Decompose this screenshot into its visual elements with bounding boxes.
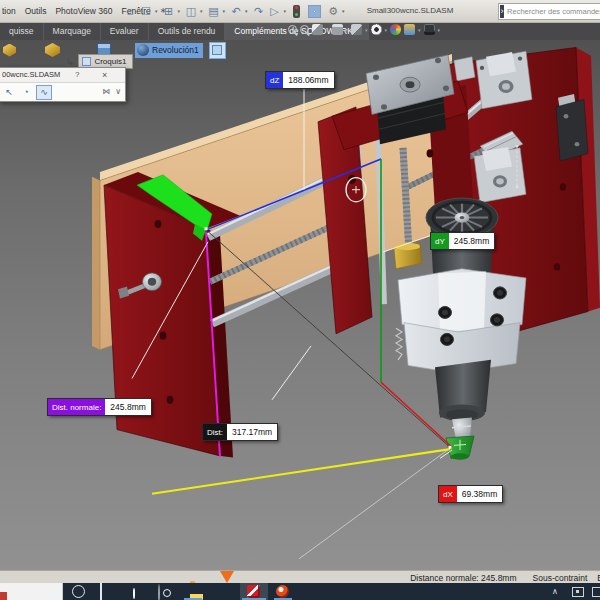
quick-access-toolbar: ⌂ ☐▾ ⊞▾ ◫▾ ▤▾ ↶▾ ↷ ▷▾ ⚙▾ [123,0,347,22]
sketch-icon [82,57,91,66]
chevron-down-icon[interactable]: ▾ [326,27,329,33]
select-icon[interactable]: ▷ [268,0,282,22]
measure-history-icon[interactable]: ∿ [36,85,52,100]
menu-item[interactable]: tion [2,0,16,22]
measurement-label-dz[interactable]: dZ 188.06mm [265,71,335,89]
chevron-down-icon[interactable]: ▾ [346,27,349,33]
tab-marquage[interactable]: Marquage [44,22,101,40]
undo-icon[interactable]: ↶ [229,0,243,22]
chevron-down-icon[interactable]: ▾ [365,27,368,33]
eraser-icon[interactable] [351,24,362,35]
measure-units-icon[interactable]: ◔ [19,86,33,99]
menu-photoview[interactable]: PhotoView 360 [55,0,112,22]
browser-icon[interactable] [276,585,289,598]
breadcrumb-feature-selected[interactable]: Revolución1 [135,43,203,58]
title-bar: tion Outils PhotoView 360 Fenêtre ∗ ⌂ ☐▾… [0,0,600,23]
pin-icon[interactable]: ⋈ [102,87,110,96]
help-icon[interactable]: ? [75,68,79,82]
sketch-label: Croquis1 [94,57,126,66]
feature-label: Revolución1 [152,45,199,55]
chevron-down-icon[interactable]: ▾ [385,27,388,33]
command-search[interactable]: › Rechercher des commandes [498,3,600,20]
close-icon[interactable]: × [102,68,107,82]
dy-value: 245.8mm [449,233,494,249]
grid-settings-icon[interactable] [308,5,321,18]
render-tools-toolbar: ▾ ▾ ▾ ▾ ▾ ▾ [288,24,440,35]
save-icon[interactable]: ◫ [184,0,198,22]
measurement-label-dist-normal[interactable]: Dist. normale: 245.8mm [47,398,152,416]
measurement-label-dist[interactable]: Dist: 317.17mm [202,423,278,441]
z-spring [396,328,402,360]
task-view-icon[interactable] [100,582,102,600]
collapse-chevron-icon[interactable]: ∨ [115,87,121,96]
status-constraint-state: Sous-contraint [533,573,588,583]
chevron-down-icon[interactable]: ▾ [438,27,441,33]
search-icon[interactable]: › [500,5,504,18]
tab-evaluer[interactable]: Evaluer [101,22,149,40]
redo-icon[interactable]: ↷ [252,0,266,22]
taskbar-search-box[interactable] [0,583,63,600]
tab-outils-de-rendu[interactable]: Outils de rendu [149,22,226,40]
dx-value: 69.38mm [457,486,502,502]
dist-value: 317.17mm [227,424,277,440]
status-distance: Distance normale: 245.8mm [410,573,516,583]
home-icon[interactable]: ⌂ [123,0,137,22]
dist-normal-value: 245.8mm [105,399,150,415]
open-icon[interactable]: ⊞ [162,0,176,22]
dz-value: 188.06mm [283,72,333,88]
copy-appearance-icon[interactable] [332,24,343,35]
tray-chevron-icon[interactable]: ∧ [552,587,558,596]
integrated-preview-icon[interactable] [424,24,435,35]
media-app-icon[interactable] [158,584,160,600]
cut-icon-fragment [0,592,7,600]
selection-filter-icon[interactable]: ↖ [2,86,16,99]
window-title: Small300wcnc.SLDASM [330,0,490,22]
part-icon[interactable] [45,43,60,57]
print-icon[interactable]: ▤ [207,0,221,22]
chevron-down-icon[interactable]: ▾ [245,0,248,22]
appearance-ball-icon[interactable] [390,24,401,35]
graphics-viewport[interactable]: Revolución1 ↳ Croquis1 00wcnc.SLDASM ? ×… [0,40,600,570]
windows-taskbar: ∧ [0,583,600,600]
new-document-icon[interactable]: ☐ [139,0,153,22]
tray-notification-icon[interactable] [572,587,584,597]
menu-outils[interactable]: Outils [25,0,47,22]
zoom-in-icon[interactable] [300,25,309,34]
download-funnel-icon[interactable] [220,571,234,600]
sketch-icon-selected[interactable] [209,42,226,59]
rebuild-traffic-light-icon[interactable] [293,5,300,18]
display-settings-eye-icon[interactable] [371,24,382,35]
scene-icon[interactable] [404,24,415,35]
solidworks-icon[interactable] [247,585,260,598]
dist-chip: Dist: [203,424,227,440]
dz-chip: dZ [266,72,283,88]
chevron-down-icon[interactable]: ▾ [200,0,203,22]
chevron-down-icon[interactable]: ▾ [418,27,421,33]
selected-sketch-line-yellow[interactable] [152,449,450,494]
chevron-down-icon[interactable]: ▾ [223,0,226,22]
dist-normal-chip: Dist. normale: [48,399,105,415]
branch-arrow-icon: ↳ [66,56,74,67]
measurement-label-dx[interactable]: dX 69.38mm [438,485,503,503]
chevron-down-icon[interactable]: ▾ [155,0,158,22]
search-placeholder: Rechercher des commandes [507,7,600,16]
revolve-feature-icon [137,44,149,56]
zoom-out-icon[interactable] [288,25,297,34]
measurement-label-dy[interactable]: dY 245.8mm [430,232,495,250]
chevron-down-icon[interactable]: ▾ [284,0,287,22]
dx-chip: dX [439,486,457,502]
status-bar: Distance normale: 245.8mm Sous-contraint… [0,570,600,584]
chevron-down-icon[interactable]: ▾ [178,0,181,22]
cortana-icon[interactable] [72,585,85,598]
dy-chip: dY [431,233,449,249]
edit-appearance-icon[interactable] [312,24,323,35]
cnc-assembly-model[interactable] [0,40,600,570]
tab-esquisse[interactable]: quisse [0,22,44,40]
tray-display-icon[interactable] [592,587,600,597]
measure-dialog[interactable]: 00wcnc.SLDASM ? × ↖ ◔ ∿ ⋈ ∨ [0,67,126,102]
part-icon[interactable] [3,44,16,57]
